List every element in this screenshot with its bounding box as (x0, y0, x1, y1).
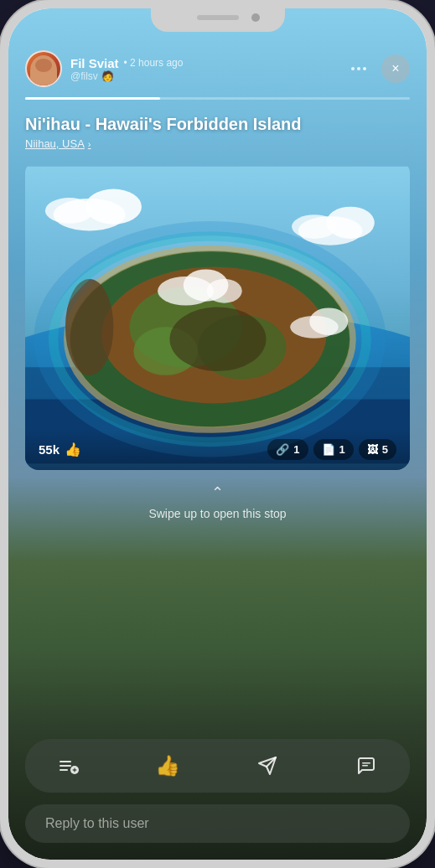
user-handle[interactable]: @filsv (70, 70, 98, 82)
images-count: 5 (382, 443, 388, 456)
location-link[interactable]: Niihau, USA › (25, 137, 410, 150)
likes-count[interactable]: 55k 👍 (39, 442, 81, 457)
action-pills: 🔗 1 📄 1 🖼 5 (267, 439, 396, 460)
swipe-up-icon: ⌃ (211, 483, 224, 502)
username[interactable]: Fil Sviat (70, 56, 119, 70)
chevron-right-icon: › (88, 139, 91, 149)
action-bar: 👍 (25, 739, 410, 793)
header-actions: × (343, 54, 410, 83)
avatar[interactable] (25, 50, 62, 87)
like-icon: 👍 (155, 754, 180, 778)
svg-point-22 (207, 279, 242, 303)
svg-rect-30 (73, 769, 77, 771)
share-button[interactable] (249, 747, 286, 784)
svg-point-16 (45, 198, 93, 224)
swipe-text: Swipe up to open this stop (148, 507, 286, 520)
dot (357, 67, 360, 70)
docs-count: 1 (339, 443, 345, 456)
likes-number: 55k (39, 442, 60, 457)
username-row: Fil Sviat • 2 hours ago (70, 56, 183, 70)
location-text: Niihau, USA (25, 137, 85, 150)
svg-point-19 (292, 214, 337, 239)
notch-camera (251, 13, 260, 22)
svg-rect-25 (60, 761, 71, 762)
docs-pill[interactable]: 📄 1 (313, 439, 354, 460)
svg-point-15 (85, 189, 142, 225)
dot (363, 67, 366, 70)
close-button[interactable]: × (381, 54, 410, 83)
screen: Fil Sviat • 2 hours ago @filsv 🧑 × (8, 8, 427, 860)
add-list-button[interactable] (50, 747, 87, 784)
comment-button[interactable] (348, 747, 385, 784)
thumb-icon: 👍 (65, 442, 81, 457)
post-title: Ni'ihau - Hawaii's Forbidden Island (25, 115, 410, 134)
svg-rect-26 (60, 765, 71, 767)
user-text: Fil Sviat • 2 hours ago @filsv 🧑 (70, 56, 183, 82)
notch (151, 8, 285, 32)
image-bottom-bar: 55k 👍 🔗 1 📄 1 🖼 5 (25, 429, 410, 470)
swipe-section: ⌃ Swipe up to open this stop (8, 470, 427, 529)
like-button[interactable]: 👍 (149, 747, 186, 784)
svg-rect-31 (362, 762, 370, 764)
time-ago: • 2 hours ago (124, 57, 184, 69)
svg-point-9 (169, 307, 266, 371)
svg-rect-32 (362, 765, 368, 767)
phone-shell: Fil Sviat • 2 hours ago @filsv 🧑 × (0, 0, 435, 868)
user-info: Fil Sviat • 2 hours ago @filsv 🧑 (25, 50, 183, 87)
post-image-card[interactable]: 55k 👍 🔗 1 📄 1 🖼 5 (25, 160, 410, 470)
notch-speaker (197, 15, 239, 20)
images-pill[interactable]: 🖼 5 (359, 439, 396, 460)
reply-input-area (25, 804, 410, 843)
svg-rect-27 (60, 769, 68, 771)
links-count: 1 (293, 443, 299, 456)
user-emoji: 🧑 (101, 70, 114, 82)
doc-icon: 📄 (322, 443, 335, 456)
link-icon: 🔗 (276, 443, 289, 456)
dot (351, 67, 355, 70)
images-icon: 🖼 (367, 443, 378, 456)
more-options-button[interactable] (343, 62, 375, 75)
svg-point-24 (309, 307, 348, 335)
island-image (25, 160, 410, 470)
links-pill[interactable]: 🔗 1 (267, 439, 308, 460)
post-content: Ni'ihau - Hawaii's Forbidden Island Niih… (8, 100, 427, 160)
reply-input[interactable] (25, 804, 410, 843)
handle-row: @filsv 🧑 (70, 70, 183, 82)
